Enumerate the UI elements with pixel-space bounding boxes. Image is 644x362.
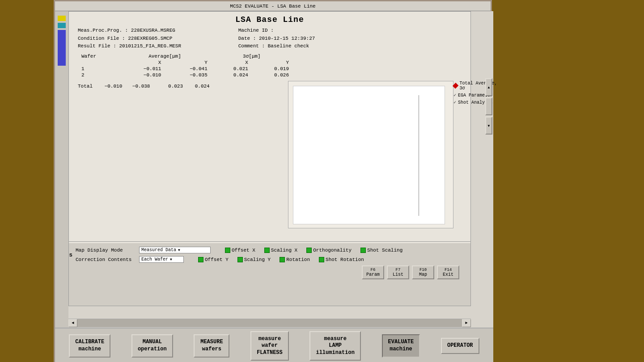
cell-avg-x-1: −0.010	[119, 72, 165, 78]
info-right: Machine ID : Date : 2010-12-15 12:39:27 …	[238, 27, 315, 51]
cell-sigma-y-1: 0.026	[252, 72, 292, 78]
cell-avg-y-1: −0.035	[165, 72, 211, 78]
comment-label: Comment :	[238, 43, 265, 49]
cb-shot-scaling-icon	[360, 248, 366, 253]
scroll-up-button[interactable]: ▲	[485, 78, 492, 96]
left-bar-yellow	[58, 16, 66, 21]
cell-wafer-0: 1	[78, 66, 119, 72]
hscroll-track	[77, 319, 462, 327]
cell-wafer-1: 2	[78, 72, 119, 78]
total-sigma-y: 0.024	[195, 84, 210, 89]
title-bar: MCS2 EVALUATE - LSA Base Line	[55, 1, 491, 11]
manual-operation-button[interactable]: MANUALoperation	[131, 334, 173, 357]
correction-row: Correction Contents Each Wafer ▼ Offset …	[76, 256, 464, 263]
cb-offset-x: Offset X	[225, 248, 255, 253]
table-row: 2 −0.010 −0.035 0.024 0.026	[78, 72, 292, 78]
legend-label-1: Total Average, 3σ	[459, 81, 503, 91]
col-avg-y-header: Y	[165, 59, 211, 66]
divider	[69, 241, 470, 242]
dropdown-arrow-icon: ▼	[178, 248, 180, 252]
correction-dropdown[interactable]: Each Wafer ▼	[139, 256, 184, 263]
main-content-panel: LSA Base Line Meas.Proc.Prog. : 228EXUSR…	[68, 11, 471, 306]
cell-avg-y-0: −0.041	[165, 66, 211, 72]
condition-file-value: 228EXREG05.SMCP	[128, 36, 172, 41]
chart-inner	[293, 86, 445, 224]
cb-offset-y: Offset Y	[198, 257, 229, 262]
map-display-row: Map Display Mode Measured Data ▼ Offset …	[76, 247, 464, 253]
meas-proc-label: Meas.Proc.Prog. :	[78, 28, 128, 33]
info-left: Meas.Proc.Prog. : 228EXUSRA.MSREG Condit…	[78, 27, 181, 51]
cb-offset-x-icon	[225, 248, 230, 253]
hscroll-right-button[interactable]: ►	[462, 319, 471, 327]
date-value: 2010-12-15 12:39:27	[259, 36, 315, 41]
checkbox-row-2: Offset Y Scaling Y Rotation Shot Ro	[198, 257, 364, 262]
legend-check-icon-2: ✓	[453, 93, 456, 98]
legend-item-2: ✓ EGA Parameter	[453, 93, 503, 98]
scroll-mid-button[interactable]	[485, 97, 492, 115]
operator-button[interactable]: OPERATOR	[441, 338, 479, 354]
date-label: Date :	[238, 36, 256, 41]
right-scroll-panel: ▲ ▼	[485, 78, 492, 135]
cb-scaling-y-icon	[237, 257, 243, 262]
legend-diamond-icon	[453, 83, 459, 89]
chart-vline	[419, 95, 419, 216]
data-table: Wafer Average[μm] 3σ[μm] X Y X Y	[78, 53, 292, 78]
cb-shot-rotation-icon	[319, 257, 324, 262]
left-bar-blue	[58, 30, 66, 66]
f7-list-button[interactable]: F7 List	[387, 265, 409, 279]
map-display-value: Measured Data	[141, 248, 176, 253]
cb-shot-scaling: Shot Scaling	[360, 248, 402, 253]
col-sigma-header: 3σ[μm]	[211, 53, 292, 59]
col-avg-header: Average[μm]	[119, 53, 211, 59]
legend-area: Total Average, 3σ ✓ EGA Parameter ✓ Shot…	[453, 81, 503, 107]
f6-param-button[interactable]: F6 Param	[362, 265, 384, 279]
condition-file-label: Condition File :	[78, 36, 125, 41]
measure-lamp-button[interactable]: measureLAMPillumination	[309, 331, 360, 361]
col-sigma-y-header: Y	[252, 59, 292, 66]
evaluate-machine-button[interactable]: EVALUATEmachine	[382, 334, 420, 357]
side-s-label: S	[69, 253, 72, 258]
comment-value: Baseline check	[268, 43, 309, 49]
correction-value: Each Wafer	[141, 257, 168, 262]
measure-wafers-button[interactable]: MEASUREwafers	[194, 334, 229, 357]
col-avg-x-header: X	[119, 59, 165, 66]
col-sigma-x-header: X	[211, 59, 252, 66]
total-avg-y: −0.038	[132, 84, 150, 89]
total-sigma-x: 0.023	[168, 84, 183, 89]
cell-sigma-x-0: 0.021	[211, 66, 252, 72]
cell-sigma-x-1: 0.024	[211, 72, 252, 78]
cb-scaling-x-icon	[264, 248, 270, 253]
left-bar	[55, 11, 68, 362]
title-bar-text: MCS2 EVALUATE - LSA Base Line	[230, 4, 315, 9]
map-display-label: Map Display Mode	[76, 248, 134, 253]
bottom-nav: CALIBRATEmachine MANUALoperation MEASURE…	[55, 328, 493, 362]
checkbox-row-1: Offset X Scaling X Orthogonality Sh	[225, 248, 402, 253]
info-header: Meas.Proc.Prog. : 228EXUSRA.MSREG Condit…	[69, 26, 470, 51]
f10-map-button[interactable]: F10 Map	[412, 265, 434, 279]
hscroll-left-button[interactable]: ◄	[68, 319, 77, 327]
machine-id-label: Machine ID :	[238, 28, 274, 33]
cell-avg-x-0: −0.011	[119, 66, 165, 72]
legend-check-icon-3: ✓	[453, 100, 456, 105]
calibrate-button[interactable]: CALIBRATEmachine	[69, 334, 110, 357]
controls-section: Map Display Mode Measured Data ▼ Offset …	[69, 243, 470, 306]
cb-scaling-x: Scaling X	[264, 248, 297, 253]
correction-arrow-icon: ▼	[170, 257, 172, 261]
correction-label: Correction Contents	[76, 257, 134, 262]
legend-item-3: ✓ Shot Analysis	[453, 100, 503, 105]
cb-orthogonality-icon	[306, 248, 312, 253]
data-section: Wafer Average[μm] 3σ[μm] X Y X Y	[69, 53, 470, 78]
page-title: LSA Base Line	[69, 12, 470, 26]
scroll-down-button[interactable]: ▼	[485, 117, 492, 135]
measure-flatness-button[interactable]: measurewaferFLATNESS	[250, 331, 289, 361]
cb-rotation-icon	[280, 257, 285, 262]
legend-item-1: Total Average, 3σ	[453, 81, 503, 91]
total-avg-x: −0.010	[105, 84, 123, 89]
cb-shot-rotation: Shot Rotation	[319, 257, 364, 262]
result-file-value: 20101215_FIA_REG.MESR	[119, 43, 181, 49]
result-file-label: Result File :	[78, 43, 116, 49]
cb-orthogonality: Orthogonality	[306, 248, 352, 253]
map-display-dropdown[interactable]: Measured Data ▼	[139, 247, 211, 253]
col-wafer-header: Wafer	[78, 53, 119, 59]
f14-exit-button[interactable]: F14 Exit	[437, 265, 459, 279]
